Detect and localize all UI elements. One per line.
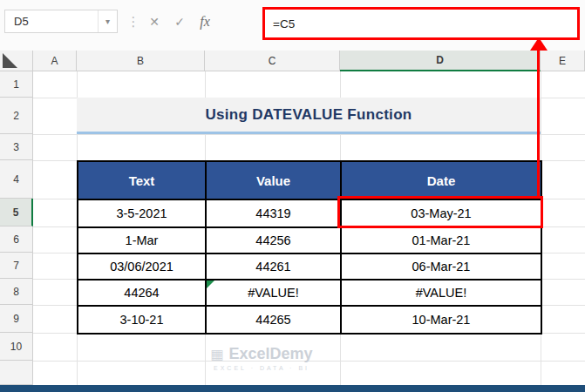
annotation-arrow-head-icon [530,37,548,51]
name-box-value: D5 [5,15,98,28]
cell-c8[interactable]: #VALUE! [207,280,342,307]
cancel-button[interactable]: ✕ [143,10,166,33]
row-header-5-selected[interactable]: 5 [0,199,33,226]
cell-d9[interactable]: 10-Mar-21 [342,307,542,335]
row-header-9[interactable]: 9 [0,305,33,333]
annotation-arrow-shaft [537,50,540,198]
cell-c9[interactable]: 44265 [207,307,342,335]
watermark: ▦ ExcelDemy EXCEL · DATA · BI [139,345,384,371]
cell-d5-active[interactable]: 03-May-21 [342,200,542,228]
table-header-text[interactable]: Text [78,162,207,200]
column-header-d-selected[interactable]: D [340,51,541,71]
row-header-3[interactable]: 3 [0,134,33,160]
row-header-4[interactable]: 4 [0,160,33,199]
cell-d8[interactable]: #VALUE! [342,280,542,307]
row-header-partial[interactable] [0,361,33,385]
sheet-title-cell[interactable]: Using DATEVALUE Function [77,98,541,134]
gridline-horizontal [33,134,585,135]
more-options-icon: ⋮ [122,10,145,33]
formula-input[interactable]: =C5 [262,7,580,40]
table-header-value[interactable]: Value [207,162,342,200]
column-header-a[interactable]: A [33,51,77,71]
formula-text: =C5 [273,17,295,30]
column-header-b[interactable]: B [77,51,205,71]
data-table: Text Value Date 3-5-2021 44319 03-May-21… [77,160,542,335]
cell-d7[interactable]: 06-Mar-21 [342,254,542,280]
cell-c6[interactable]: 44256 [207,228,342,254]
row-header-1[interactable]: 1 [0,71,33,98]
watermark-tagline: EXCEL · DATA · BI [139,365,384,371]
cell-c5[interactable]: 44319 [207,200,342,228]
name-box[interactable]: D5 ▾ [4,10,118,33]
enter-button[interactable]: ✓ [168,10,191,33]
row-header-7[interactable]: 7 [0,253,33,279]
insert-function-button[interactable]: fx [194,10,216,33]
cell-d6[interactable]: 01-Mar-21 [342,228,542,254]
select-all-triangle-icon [3,53,17,68]
window-bottom-edge [0,385,585,392]
row-header-6[interactable]: 6 [0,226,33,253]
chevron-down-icon[interactable]: ▾ [98,10,117,32]
cell-b5[interactable]: 3-5-2021 [78,200,207,228]
row-header-8[interactable]: 8 [0,279,33,305]
cell-b9[interactable]: 3-10-21 [78,307,207,335]
cell-b6[interactable]: 1-Mar [78,228,207,254]
cell-c7[interactable]: 44261 [207,254,342,280]
row-header-10[interactable]: 10 [0,333,33,361]
watermark-grid-icon: ▦ [210,346,223,362]
cell-b7[interactable]: 03/06/2021 [78,254,207,280]
sheet-title: Using DATEVALUE Function [206,106,412,124]
table-header-date[interactable]: Date [342,162,542,200]
watermark-brand: ExcelDemy [229,345,313,363]
column-header-e[interactable]: E [541,51,585,71]
select-all-corner[interactable] [0,51,33,71]
column-header-c[interactable]: C [205,51,340,71]
cell-b8[interactable]: 44264 [78,280,207,307]
row-header-2[interactable]: 2 [0,98,33,134]
formula-bar-area: D5 ▾ ⋮ ✕ ✓ fx =C5 [0,0,585,51]
